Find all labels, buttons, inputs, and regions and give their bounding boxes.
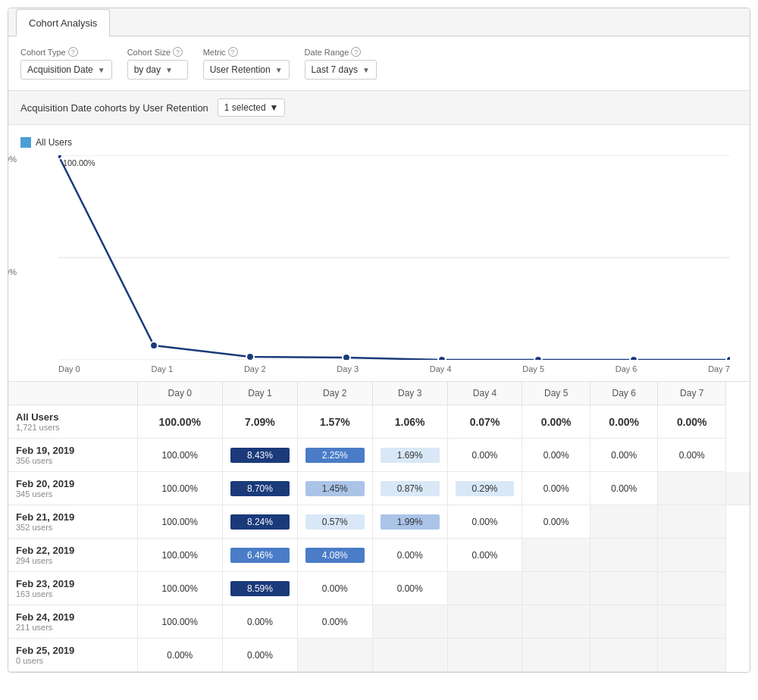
cell-4-3: 0.00% bbox=[372, 572, 447, 605]
all-users-day4: 0.07% bbox=[447, 405, 522, 439]
cell-1-8 bbox=[725, 472, 749, 505]
cell-2-2: 0.57% bbox=[297, 505, 372, 539]
x-label-day7: Day 7 bbox=[708, 364, 730, 373]
y-label-100: 100.00% bbox=[8, 155, 17, 164]
cell-2-1: 8.24% bbox=[223, 505, 298, 539]
cell-1-5: 0.00% bbox=[522, 472, 590, 505]
cohort-type-label: Cohort Type ? bbox=[20, 47, 112, 57]
y-axis-labels: 100.00% 50.00% bbox=[8, 155, 17, 381]
all-users-label: All Users 1,721 users bbox=[8, 405, 137, 439]
cell-1-0: 100.00% bbox=[137, 472, 223, 505]
cell-3-4: 0.00% bbox=[447, 539, 522, 572]
cell-1-4: 0.29% bbox=[447, 472, 522, 505]
table-header-row: Day 0 Day 1 Day 2 Day 3 Day 4 Day 5 Day … bbox=[8, 382, 750, 405]
row-label-3: Feb 22, 2019 294 users bbox=[8, 539, 137, 572]
cell-0-7: 0.00% bbox=[658, 439, 726, 472]
table-row: Feb 23, 2019 163 users 100.00%8.59%0.00%… bbox=[8, 572, 750, 605]
cell-6-3 bbox=[372, 639, 447, 672]
cell-5-1: 0.00% bbox=[223, 605, 298, 639]
metric-dropdown[interactable]: User Retention ▼ bbox=[203, 60, 290, 80]
svg-point-8 bbox=[534, 356, 542, 360]
cell-2-5: 0.00% bbox=[522, 505, 590, 539]
cohort-size-help-icon[interactable]: ? bbox=[173, 47, 183, 57]
chart-wrapper: 100.00% bbox=[58, 155, 730, 360]
cohort-type-dropdown[interactable]: Acquisition Date ▼ bbox=[20, 60, 112, 80]
col-header-day4: Day 4 bbox=[447, 382, 522, 405]
cell-6-5 bbox=[522, 639, 590, 672]
line-chart-svg: 100.00% bbox=[58, 155, 730, 360]
cohort-type-help-icon[interactable]: ? bbox=[68, 47, 78, 57]
x-axis-labels: Day 0 Day 1 Day 2 Day 3 Day 4 Day 5 Day … bbox=[58, 360, 730, 381]
cell-0-5: 0.00% bbox=[522, 439, 590, 472]
row-label-5: Feb 24, 2019 211 users bbox=[8, 605, 137, 639]
cell-3-6 bbox=[590, 539, 658, 572]
cell-2-6 bbox=[590, 505, 658, 539]
metric-label: Metric ? bbox=[203, 47, 290, 57]
table-row: Feb 25, 2019 0 users 0.00%0.00% bbox=[8, 639, 750, 672]
x-label-day5: Day 5 bbox=[522, 364, 544, 373]
cell-4-5 bbox=[522, 572, 590, 605]
cell-1-1: 8.70% bbox=[223, 472, 298, 505]
x-label-day0: Day 0 bbox=[58, 364, 80, 373]
cell-6-4 bbox=[447, 639, 522, 672]
cell-1-2: 1.45% bbox=[297, 472, 372, 505]
col-header-day0: Day 0 bbox=[137, 382, 223, 405]
cell-6-2 bbox=[297, 639, 372, 672]
cohort-size-group: Cohort Size ? by day ▼ bbox=[127, 47, 188, 80]
selected-label: 1 selected bbox=[224, 102, 266, 113]
table-row: Feb 19, 2019 356 users 100.00%8.43%2.25%… bbox=[8, 439, 750, 472]
x-label-day3: Day 3 bbox=[337, 364, 359, 373]
svg-point-9 bbox=[630, 356, 637, 360]
all-users-day6: 0.00% bbox=[590, 405, 658, 439]
cell-4-7 bbox=[658, 572, 726, 605]
cell-1-3: 0.87% bbox=[372, 472, 447, 505]
cell-0-6: 0.00% bbox=[590, 439, 658, 472]
table-row: Feb 21, 2019 352 users 100.00%8.24%0.57%… bbox=[8, 505, 750, 539]
all-users-day7: 0.00% bbox=[658, 405, 726, 439]
tab-bar: Cohort Analysis bbox=[8, 8, 750, 36]
controls-bar: Cohort Type ? Acquisition Date ▼ Cohort … bbox=[8, 36, 750, 91]
cell-6-7 bbox=[658, 639, 726, 672]
cell-6-1: 0.00% bbox=[223, 639, 298, 672]
cell-0-4: 0.00% bbox=[447, 439, 522, 472]
cell-2-7 bbox=[658, 505, 726, 539]
metric-arrow-icon: ▼ bbox=[275, 66, 283, 74]
cohort-size-arrow-icon: ▼ bbox=[165, 66, 173, 74]
svg-text:100.00%: 100.00% bbox=[63, 158, 96, 167]
svg-point-3 bbox=[58, 155, 62, 159]
chart-area: All Users 100.00% 50.00% bbox=[8, 125, 750, 381]
date-range-dropdown[interactable]: Last 7 days ▼ bbox=[305, 60, 377, 80]
col-header-day2: Day 2 bbox=[297, 382, 372, 405]
cell-5-7 bbox=[658, 605, 726, 639]
row-label-0: Feb 19, 2019 356 users bbox=[8, 439, 137, 472]
col-header-day7: Day 7 bbox=[658, 382, 726, 405]
legend-label: All Users bbox=[36, 137, 72, 148]
selected-button[interactable]: 1 selected ▼ bbox=[218, 98, 286, 117]
all-users-day2: 1.57% bbox=[297, 405, 372, 439]
col-header-day5: Day 5 bbox=[522, 382, 590, 405]
cell-5-2: 0.00% bbox=[297, 605, 372, 639]
page-container: Cohort Analysis Cohort Type ? Acquisitio… bbox=[8, 8, 750, 673]
svg-point-7 bbox=[438, 356, 446, 360]
cell-3-0: 100.00% bbox=[137, 539, 223, 572]
date-range-help-icon[interactable]: ? bbox=[351, 47, 361, 57]
section-title: Acquisition Date cohorts by User Retenti… bbox=[20, 102, 208, 114]
cell-5-4 bbox=[447, 605, 522, 639]
cell-0-0: 100.00% bbox=[137, 439, 223, 472]
metric-help-icon[interactable]: ? bbox=[228, 47, 238, 57]
row-label-4: Feb 23, 2019 163 users bbox=[8, 572, 137, 605]
selected-arrow-icon: ▼ bbox=[270, 102, 279, 113]
svg-point-10 bbox=[726, 356, 730, 360]
all-users-day0: 100.00% bbox=[137, 405, 223, 439]
x-label-day4: Day 4 bbox=[430, 364, 452, 373]
cohort-size-dropdown[interactable]: by day ▼ bbox=[127, 60, 188, 80]
cell-5-3 bbox=[372, 605, 447, 639]
cell-5-6 bbox=[590, 605, 658, 639]
col-header-label bbox=[8, 382, 137, 405]
all-users-day5: 0.00% bbox=[522, 405, 590, 439]
cell-3-3: 0.00% bbox=[372, 539, 447, 572]
cohort-analysis-tab[interactable]: Cohort Analysis bbox=[16, 9, 110, 36]
cell-5-0: 100.00% bbox=[137, 605, 223, 639]
svg-point-6 bbox=[343, 354, 350, 360]
date-range-arrow-icon: ▼ bbox=[362, 66, 370, 74]
